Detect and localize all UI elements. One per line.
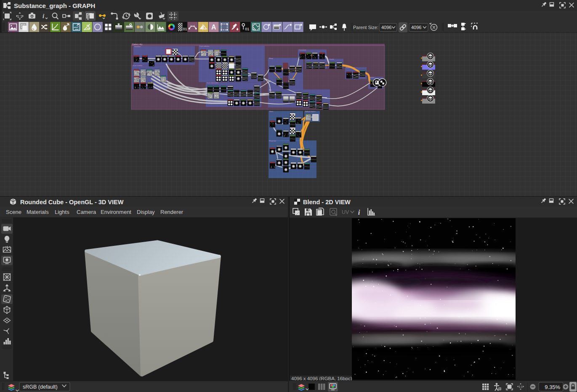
svg-text:Dust interstellar: Dust interstellar (207, 82, 218, 84)
svg-text:01: 01 (183, 27, 187, 31)
svg-text:sRGB (default): sRGB (default) (23, 384, 58, 390)
svg-text:Stardust: Stardust (134, 45, 141, 48)
svg-text:Parent Size:: Parent Size: (353, 25, 378, 30)
svg-text:1:1: 1:1 (17, 14, 23, 19)
svg-text:Environment: Environment (101, 209, 131, 215)
svg-text:A: A (211, 24, 216, 31)
svg-text:Display: Display (137, 209, 155, 215)
svg-text:Stars: Stars (269, 110, 273, 112)
svg-text:Renderer: Renderer (160, 209, 183, 215)
svg-text:Camera: Camera (77, 209, 96, 215)
svg-text:Blend - 2D VIEW: Blend - 2D VIEW (303, 199, 351, 205)
svg-text:i: i (358, 208, 360, 216)
svg-text:Levels: Levels (329, 58, 334, 60)
svg-text:Dust tendrils: Dust tendrils (133, 64, 142, 67)
svg-text:Dust nebulas: Dust nebulas (199, 45, 209, 47)
svg-text:01: 01 (245, 27, 249, 31)
svg-text:Final mix: Final mix (269, 140, 276, 142)
svg-text:4096 x 4096 (RGBA, 16bpc): 4096 x 4096 (RGBA, 16bpc) (291, 376, 352, 381)
svg-text:Lights: Lights (55, 209, 69, 215)
svg-text:4096: 4096 (381, 25, 391, 30)
svg-text:UV: UV (342, 209, 349, 215)
svg-text:Warp: Warp (269, 57, 273, 59)
svg-text:Scene: Scene (6, 209, 21, 215)
svg-text:Substance_graph - GRAPH: Substance_graph - GRAPH (14, 2, 95, 9)
svg-text:Materials: Materials (27, 209, 49, 215)
svg-text:1:1: 1:1 (519, 385, 522, 388)
svg-text:Rounded Cube - OpenGL - 3D VIE: Rounded Cube - OpenGL - 3D VIEW (20, 199, 124, 205)
svg-text:Curvature: Curvature (299, 49, 306, 51)
svg-text:9.35%: 9.35% (545, 384, 560, 390)
svg-text:Nebula layers: Nebula layers (305, 110, 315, 112)
svg-text:Galaxy sky: Galaxy sky (132, 43, 143, 45)
svg-text:4096: 4096 (411, 25, 421, 30)
